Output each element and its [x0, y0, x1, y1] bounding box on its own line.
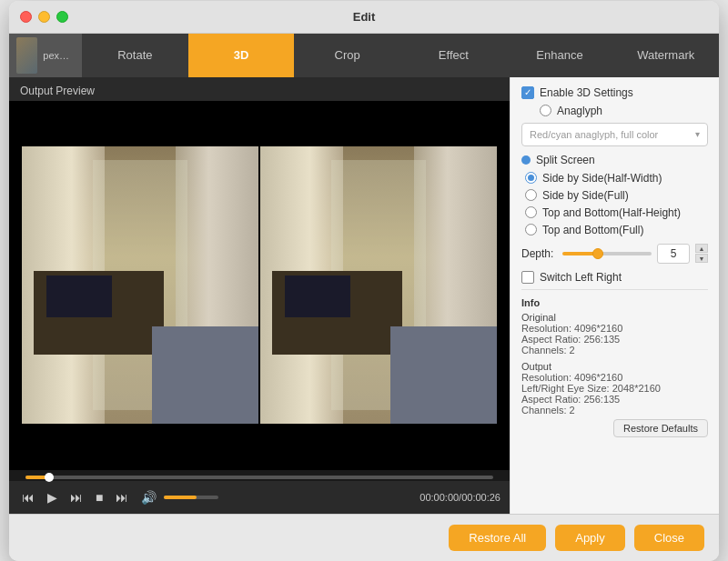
content-area: Output Preview [9, 77, 719, 514]
controls-bar: ⏮ ▶ ⏭ ■ ⏭ 🔊 00:00:00/00:00:26 [9, 481, 510, 514]
maximize-window-button[interactable] [56, 11, 68, 23]
skip-end-button[interactable]: ⏭ [112, 488, 132, 506]
restore-defaults-button[interactable]: Restore Defaults [613, 419, 708, 437]
split-frame-left [22, 146, 258, 424]
original-sub-label: Original [521, 312, 708, 323]
volume-fill [164, 496, 197, 499]
enable-3d-checkbox[interactable] [521, 86, 534, 99]
thumbnail-image [16, 37, 37, 74]
original-channels-line: Channels: 2 [521, 345, 708, 356]
close-button[interactable]: Close [634, 525, 704, 551]
volume-icon[interactable]: 🔊 [137, 488, 160, 506]
info-title: Info [521, 297, 708, 308]
option-side-by-side-half: Side by Side(Half-Width) [521, 172, 708, 185]
output-eye-size-line: Left/Right Eye Size: 2048*2160 [521, 383, 708, 394]
volume-slider[interactable] [164, 496, 218, 499]
anaglyph-label: Anaglyph [557, 105, 602, 117]
output-preview-label: Output Preview [9, 77, 510, 101]
depth-slider[interactable] [562, 252, 652, 255]
sofa [152, 326, 258, 424]
split-screen-label: Split Screen [536, 154, 595, 166]
traffic-lights [20, 11, 68, 23]
step-forward-button[interactable]: ⏭ [66, 488, 86, 506]
apply-button[interactable]: Apply [555, 525, 625, 551]
switch-left-right-row: Switch Left Right [521, 271, 708, 284]
radio-top-full[interactable] [525, 224, 537, 235]
progress-thumb [45, 473, 54, 482]
section-divider-1 [521, 289, 708, 290]
anaglyph-dropdown[interactable]: Red/cyan anaglyph, full color ▾ [521, 123, 708, 146]
tv-unit [34, 271, 164, 354]
tab-rotate[interactable]: Rotate [82, 34, 188, 77]
tv-unit-2 [272, 271, 402, 354]
radio-top-half-label: Top and Bottom(Half-Height) [542, 206, 681, 219]
room-scene-left [22, 146, 258, 424]
depth-decrement-button[interactable]: ▼ [695, 254, 708, 263]
radio-side-half-label: Side by Side(Half-Width) [542, 172, 662, 185]
window-title: Edit [353, 10, 376, 24]
option-top-bottom-full: Top and Bottom(Full) [521, 224, 708, 236]
toolbar: pexels-cot... Rotate 3D Crop Effect Enha… [9, 34, 719, 77]
file-thumbnail: pexels-cot... [9, 34, 82, 77]
skip-start-button[interactable]: ⏮ [18, 488, 38, 506]
anaglyph-dropdown-value: Red/cyan anaglyph, full color [530, 129, 658, 140]
radio-side-full-label: Side by Side(Full) [542, 189, 629, 202]
split-screen-header: Split Screen [521, 154, 708, 166]
settings-panel: Enable 3D Settings Anaglyph Red/cyan ana… [510, 77, 719, 514]
depth-row: Depth: 5 ▲ ▼ [521, 244, 708, 264]
room-scene-right [260, 146, 497, 424]
volume-area: 🔊 [137, 488, 218, 506]
output-sub-label: Output [521, 361, 708, 372]
close-window-button[interactable] [20, 11, 32, 23]
radio-side-half[interactable] [525, 172, 537, 184]
dropdown-arrow-icon: ▾ [695, 129, 700, 139]
tab-bar: Rotate 3D Crop Effect Enhance Watermark [82, 34, 719, 77]
output-aspect-line: Aspect Ratio: 256:135 [521, 394, 708, 405]
tab-3d[interactable]: 3D [188, 34, 295, 77]
original-aspect-line: Aspect Ratio: 256:135 [521, 334, 708, 345]
split-screen-indicator [521, 155, 531, 165]
info-section: Info Original Resolution: 4096*2160 Aspe… [521, 297, 708, 416]
tab-enhance[interactable]: Enhance [507, 34, 613, 77]
split-screen-section: Split Screen Side by Side(Half-Width) Si… [521, 154, 708, 236]
split-screen-preview [22, 146, 498, 424]
tab-watermark[interactable]: Watermark [612, 34, 719, 77]
anaglyph-row: Anaglyph [521, 105, 708, 117]
radio-top-full-label: Top and Bottom(Full) [542, 224, 643, 236]
progress-bar[interactable] [25, 476, 493, 479]
bottom-bar: Restore All Apply Close [9, 514, 719, 561]
depth-slider-thumb [592, 248, 603, 259]
main-window: Edit pexels-cot... Rotate 3D Crop Effect… [9, 1, 719, 561]
original-resolution-line: Resolution: 4096*2160 [521, 323, 708, 334]
titlebar: Edit [9, 1, 719, 34]
switch-left-right-label: Switch Left Right [540, 271, 622, 284]
file-name-label: pexels-cot... [43, 50, 75, 61]
tv-screen-2 [285, 275, 350, 317]
restore-all-button[interactable]: Restore All [449, 525, 546, 551]
minimize-window-button[interactable] [38, 11, 50, 23]
split-frame-right [260, 146, 497, 424]
depth-increment-button[interactable]: ▲ [695, 244, 708, 253]
preview-panel: Output Preview [9, 77, 510, 514]
tab-crop[interactable]: Crop [294, 34, 400, 77]
sofa-2 [390, 326, 497, 424]
time-display: 00:00:00/00:00:26 [420, 492, 500, 503]
play-button[interactable]: ▶ [44, 488, 61, 506]
switch-left-right-checkbox[interactable] [521, 271, 534, 284]
depth-stepper: ▲ ▼ [695, 244, 708, 263]
depth-label: Depth: [521, 247, 553, 260]
option-side-by-side-full: Side by Side(Full) [521, 189, 708, 202]
depth-value-display[interactable]: 5 [657, 244, 690, 264]
option-top-bottom-half: Top and Bottom(Half-Height) [521, 206, 708, 219]
radio-side-full[interactable] [525, 189, 537, 201]
video-area[interactable] [9, 101, 510, 470]
anaglyph-radio[interactable] [540, 105, 551, 116]
tv-screen [46, 275, 112, 317]
output-resolution-line: Resolution: 4096*2160 [521, 372, 708, 383]
output-channels-line: Channels: 2 [521, 405, 708, 416]
radio-top-half[interactable] [525, 206, 537, 218]
tab-effect[interactable]: Effect [400, 34, 507, 77]
enable-3d-label: Enable 3D Settings [540, 86, 633, 99]
stop-button[interactable]: ■ [92, 488, 106, 506]
enable-3d-row: Enable 3D Settings [521, 86, 708, 99]
